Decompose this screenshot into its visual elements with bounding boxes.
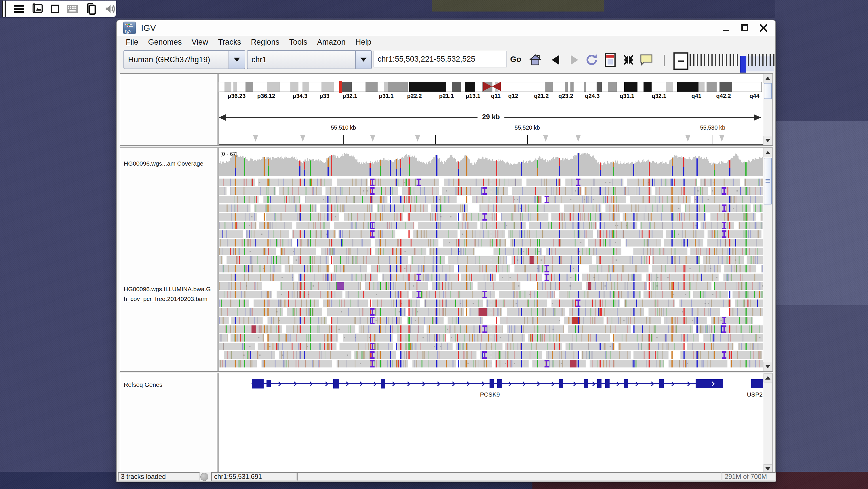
zoom-slider-thumb[interactable] <box>740 56 746 73</box>
gene-exon[interactable] <box>624 379 628 388</box>
audio-icon[interactable] <box>105 3 116 15</box>
cytoband-label: q12 <box>508 93 518 99</box>
cytoband <box>546 82 553 92</box>
display-icon[interactable] <box>32 3 43 15</box>
ruler-marker-icon <box>370 135 375 142</box>
menu-tools[interactable]: Tools <box>284 38 312 47</box>
refresh-icon[interactable] <box>584 52 599 68</box>
desktop-patch-right-low <box>775 305 868 472</box>
toolbar-separator <box>664 55 665 66</box>
gene-exon[interactable] <box>751 379 763 388</box>
zoom-tick <box>758 54 760 66</box>
region-tool-icon[interactable] <box>603 52 618 68</box>
coverage-track-name[interactable]: HG00096.wgs...am Coverage <box>124 160 204 167</box>
zoom-out-button[interactable] <box>674 52 688 70</box>
desktop-patch-left <box>0 19 116 472</box>
scrollbar-thumb[interactable] <box>764 158 772 204</box>
chromosome-select-arrow[interactable] <box>355 51 371 68</box>
gene-name-label[interactable]: PCSK9 <box>480 391 500 398</box>
gene-exon[interactable] <box>659 379 664 388</box>
menu-view[interactable]: View <box>187 38 213 47</box>
zoom-slider[interactable] <box>689 52 774 67</box>
cytoband <box>388 82 408 92</box>
go-button[interactable]: Go <box>507 51 524 67</box>
memory-usage-status: 291M of 700M <box>722 472 776 481</box>
tooltip-icon[interactable] <box>639 52 654 68</box>
cytoband <box>321 82 334 92</box>
cytoband <box>717 82 720 92</box>
gene-track-name[interactable]: Refseq Genes <box>124 381 162 388</box>
alignment-panel-scrollbar[interactable] <box>763 148 772 371</box>
gene-exon[interactable] <box>252 379 264 389</box>
menu-tracks[interactable]: Tracks <box>213 38 246 47</box>
gene-exon[interactable] <box>333 379 339 389</box>
fit-window-icon[interactable] <box>621 52 636 68</box>
back-icon[interactable] <box>548 52 563 68</box>
cytoband-label: q42.2 <box>716 93 731 99</box>
genome-select[interactable]: Human (GRCh37/hg19) <box>123 50 245 69</box>
maximize-button[interactable] <box>741 24 749 32</box>
menu-genomes[interactable]: Genomes <box>143 38 187 47</box>
scrollbar-thumb[interactable] <box>764 83 772 99</box>
gene-exon[interactable] <box>695 379 723 388</box>
strand-arrow-icon <box>506 381 512 386</box>
keyboard-icon[interactable] <box>67 3 78 15</box>
desktop-patch-right-mid <box>775 121 868 305</box>
gene-exon[interactable] <box>267 380 271 387</box>
strand-arrow-icon <box>323 381 329 386</box>
gene-exon[interactable] <box>490 379 494 388</box>
scroll-down-icon[interactable] <box>764 136 772 145</box>
chromosome-select[interactable]: chr1 <box>247 50 372 69</box>
menu-amazon[interactable]: Amazon <box>312 38 350 47</box>
close-button[interactable] <box>759 24 768 32</box>
minimize-button[interactable] <box>722 24 731 32</box>
menu-regions[interactable]: Regions <box>246 38 284 47</box>
scroll-up-icon[interactable] <box>764 74 772 83</box>
gene-name-label[interactable]: USP2 <box>747 391 763 398</box>
memory-indicator-icon[interactable] <box>200 473 208 481</box>
gene-exon[interactable] <box>584 379 588 388</box>
alignment-track-name-line1[interactable]: HG00096.wgs.ILLUMINA.bwa.G <box>124 286 211 293</box>
gene-exon[interactable] <box>605 379 610 388</box>
ruler-marker-icon <box>253 135 258 142</box>
cytoband <box>597 82 602 92</box>
strand-arrow-icon <box>450 381 455 386</box>
gene-exon[interactable] <box>559 379 563 388</box>
alignment-pileup[interactable] <box>219 178 763 369</box>
panel-divider[interactable] <box>216 148 219 371</box>
cytoband-label: p31.1 <box>379 93 394 99</box>
zoom-tick <box>711 54 713 66</box>
alignment-track-name-line2[interactable]: h_cov_pcr_free.20140203.bam <box>124 295 208 303</box>
clipboard-copy-icon[interactable] <box>86 3 97 15</box>
gene-panel-scrollbar[interactable] <box>763 373 772 473</box>
coverage-track[interactable] <box>219 152 763 176</box>
scroll-up-icon[interactable] <box>764 373 772 382</box>
gene-exon[interactable] <box>597 379 601 388</box>
panel-divider[interactable] <box>216 373 219 473</box>
menu-file[interactable]: File <box>121 38 143 47</box>
cytoband-label: q11 <box>491 93 500 99</box>
ruler-marker-icon <box>543 135 548 142</box>
gene-panel-data[interactable]: PCSK9USP2 <box>219 373 763 473</box>
title-bar[interactable]: igv IGV <box>117 20 775 36</box>
scroll-up-icon[interactable] <box>764 148 772 157</box>
launcher-grip-handle[interactable] <box>2 1 6 17</box>
chromosome-select-value: chr1 <box>248 55 355 64</box>
locus-input[interactable] <box>374 51 507 67</box>
gene-exon[interactable] <box>497 379 502 388</box>
menu-icon[interactable] <box>14 3 24 15</box>
cytoband-label: p36.23 <box>228 93 246 99</box>
alignment-panel: HG00096.wgs...am Coverage HG00096.wgs.IL… <box>120 147 773 372</box>
locus-panel-scrollbar[interactable] <box>763 74 772 145</box>
cytoband <box>303 82 309 92</box>
genome-select-arrow[interactable] <box>228 51 245 68</box>
home-icon[interactable] <box>528 52 543 68</box>
scroll-down-icon[interactable] <box>764 362 772 371</box>
panel-divider[interactable] <box>216 74 219 145</box>
gene-exon[interactable] <box>381 379 385 389</box>
fullscreen-icon[interactable] <box>51 3 59 15</box>
menu-help[interactable]: Help <box>350 38 376 47</box>
zoom-tick <box>697 54 698 66</box>
chromosome-ideogram[interactable] <box>219 82 762 92</box>
ruler-marker-icon <box>685 135 690 142</box>
